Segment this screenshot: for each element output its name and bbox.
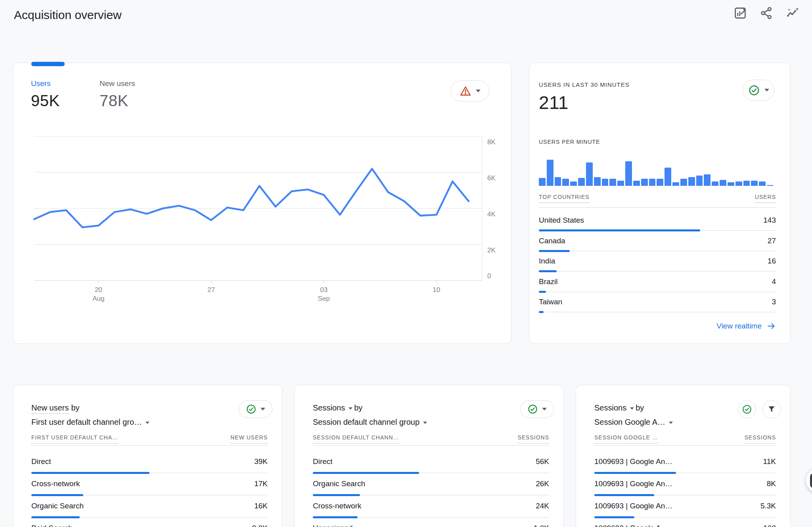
- insights-icon[interactable]: [786, 6, 799, 20]
- by-label: by: [636, 403, 644, 412]
- minute-bar: [609, 179, 616, 186]
- svg-text:6K: 6K: [487, 174, 496, 182]
- country-bar: [539, 229, 776, 231]
- svg-text:4K: 4K: [487, 210, 496, 218]
- arrow-right-icon: [766, 321, 776, 331]
- status-ok-button[interactable]: [520, 400, 554, 418]
- country-row: United States 143: [539, 212, 776, 233]
- country-users: 3: [772, 298, 776, 306]
- dimension-column-header: FIRST USER DEFAULT CHA…: [31, 434, 118, 443]
- svg-text:27: 27: [207, 286, 215, 294]
- filter-button[interactable]: [762, 400, 781, 418]
- check-circle-icon: [748, 84, 760, 96]
- top-countries-column-header: TOP COUNTRIES: [539, 194, 590, 203]
- row-value: 9.9K: [252, 524, 268, 527]
- country-users: 27: [768, 237, 776, 245]
- chevron-down-icon: [146, 422, 149, 424]
- minute-bar: [728, 182, 734, 186]
- users-trend-chart: 02K4K6K8K20Aug2703Sep10: [13, 63, 512, 344]
- metric-column-header: SESSIONS: [517, 434, 549, 443]
- minute-bar: [562, 179, 569, 186]
- svg-text:0: 0: [487, 272, 491, 280]
- country-users: 4: [772, 277, 776, 286]
- metric-selector[interactable]: New usersby: [31, 403, 80, 413]
- country-bar: [539, 250, 776, 252]
- row-label: 1009693 | Google An…: [594, 457, 672, 466]
- table-row: 1009693 | Google An… 5.3K: [594, 495, 776, 517]
- page-title: Acquisition overview: [14, 7, 122, 23]
- row-label: Cross-network: [31, 479, 80, 488]
- divider: [594, 445, 776, 446]
- metric-selector[interactable]: Sessionsby: [594, 403, 644, 413]
- table-row: Organic Search 16K: [31, 495, 268, 517]
- metric-column-header: SESSIONS: [744, 434, 776, 443]
- insights-fab[interactable]: [806, 468, 812, 493]
- country-bar: [539, 291, 776, 293]
- share-icon[interactable]: [760, 6, 773, 20]
- divider: [313, 445, 549, 446]
- country-users: 143: [763, 216, 776, 225]
- minute-bar: [641, 179, 648, 186]
- acquisition-overview-page: Acquisition overview: [0, 0, 812, 527]
- country-name: Canada: [539, 237, 565, 245]
- minute-bar: [767, 185, 774, 186]
- country-row: Canada 27: [539, 233, 776, 253]
- check-circle-icon: [527, 404, 538, 414]
- table-row: 1009693 | Google A… 103: [594, 517, 776, 527]
- status-ok-button[interactable]: [239, 400, 272, 418]
- table-row: 1009693 | Google An… 8K: [594, 473, 776, 495]
- row-label: Paid Search: [31, 524, 73, 527]
- country-name: India: [539, 257, 555, 265]
- minute-bar: [539, 178, 546, 186]
- view-realtime-link[interactable]: View realtime: [716, 321, 776, 331]
- check-circle-icon: [246, 404, 257, 414]
- breakdown-card: Sessionsby Session default channel group…: [294, 385, 564, 527]
- minute-bar: [547, 160, 553, 186]
- table: Direct 56K Organic Search 26K Cross-netw…: [313, 451, 549, 527]
- row-label: Cross-network: [313, 502, 361, 510]
- realtime-status-button[interactable]: [743, 80, 774, 101]
- country-row: Brazil 4: [539, 273, 776, 294]
- table-row: Paid Search 9.9K: [31, 517, 268, 527]
- metric-selector[interactable]: Sessionsby: [313, 403, 362, 413]
- dimension-selector[interactable]: Session Google A…: [594, 417, 674, 427]
- svg-text:10: 10: [433, 286, 440, 294]
- country-name: United States: [539, 216, 584, 225]
- dimension-selector[interactable]: First user default channel gro…: [31, 417, 151, 427]
- minute-bar: [625, 161, 632, 186]
- customize-report-icon[interactable]: [733, 6, 747, 20]
- table: Direct 39K Cross-network 17K Organic Sea…: [31, 451, 268, 527]
- chevron-down-icon: [630, 407, 634, 410]
- minute-bar: [759, 181, 766, 186]
- breakdown-card: New usersby First user default channel g…: [13, 385, 282, 527]
- svg-text:03: 03: [320, 286, 327, 294]
- table-row: Direct 56K: [313, 451, 549, 473]
- minute-bar: [594, 177, 601, 186]
- minute-bar: [665, 168, 671, 186]
- by-label: by: [71, 403, 79, 412]
- row-value: 8K: [767, 479, 776, 488]
- chevron-down-icon: [764, 89, 769, 92]
- svg-text:8K: 8K: [487, 138, 496, 146]
- minute-bar: [633, 181, 640, 186]
- table-header: SESSION DEFAULT CHANN… SESSIONS: [313, 434, 549, 443]
- card-actions: [520, 400, 554, 418]
- divider: [31, 445, 268, 446]
- dimension-label: Session default channel group: [313, 418, 419, 426]
- minute-bar: [720, 180, 726, 186]
- status-ok-button[interactable]: [738, 400, 756, 418]
- table-row: Organic Search 26K: [313, 473, 549, 495]
- chevron-down-icon: [669, 422, 673, 424]
- row-value: 26K: [536, 479, 549, 488]
- country-name: Brazil: [539, 277, 558, 286]
- minute-bar: [555, 177, 561, 186]
- table-row: Direct 39K: [31, 451, 268, 473]
- users-column-header: USERS: [755, 194, 776, 203]
- check-circle-icon: [742, 404, 752, 414]
- minute-bar: [586, 162, 593, 186]
- funnel-icon: [766, 404, 777, 414]
- row-value: 16K: [254, 502, 268, 510]
- dimension-selector[interactable]: Session default channel group: [313, 417, 429, 427]
- users-per-minute-chart: [539, 160, 774, 186]
- chevron-down-icon: [260, 408, 265, 411]
